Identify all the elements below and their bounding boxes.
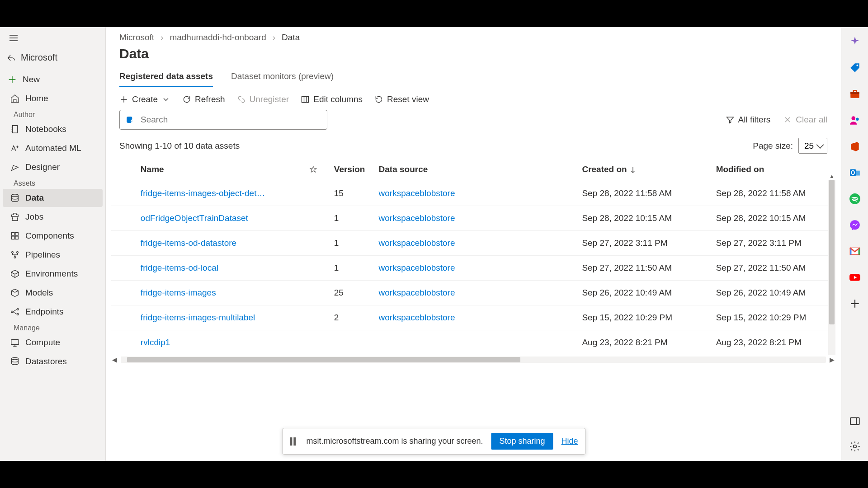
column-name[interactable]: Name: [136, 158, 305, 181]
table-row[interactable]: rvlcdip1 Aug 23, 2022 8:21 PM Aug 23, 20…: [111, 330, 835, 355]
row-checkbox[interactable]: [111, 256, 136, 281]
sidebar-item-datastores[interactable]: Datastores: [3, 352, 103, 371]
create-button[interactable]: Create: [119, 94, 170, 104]
breadcrumb-link[interactable]: madhumaddi-hd-onboard: [170, 33, 266, 42]
sidebar-item-components[interactable]: Components: [3, 227, 103, 245]
people-icon[interactable]: [849, 114, 861, 127]
unregister-button[interactable]: Unregister: [237, 94, 289, 104]
asset-name-link[interactable]: rvlcdip1: [141, 338, 170, 347]
table-row[interactable]: odFridgeObjectTrainDataset 1 workspacebl…: [111, 206, 835, 231]
sidebar-item-compute[interactable]: Compute: [3, 333, 103, 352]
favorite-cell[interactable]: [305, 206, 330, 231]
back-to-workspace[interactable]: Microsoft: [0, 49, 105, 70]
youtube-icon[interactable]: [849, 271, 861, 284]
column-modified-on[interactable]: Modified on: [712, 158, 835, 181]
scrollbar-thumb[interactable]: [829, 180, 835, 324]
svg-rect-22: [850, 418, 859, 424]
sidebar-item-jobs[interactable]: Jobs: [3, 208, 103, 226]
messenger-icon[interactable]: [849, 219, 861, 231]
breadcrumb-link[interactable]: Microsoft: [119, 33, 154, 42]
settings-icon[interactable]: [849, 440, 861, 453]
favorite-cell[interactable]: [305, 281, 330, 305]
gmail-icon[interactable]: [849, 245, 861, 258]
favorite-cell[interactable]: [305, 305, 330, 330]
scrollbar-thumb[interactable]: [127, 357, 520, 362]
row-checkbox[interactable]: [111, 330, 136, 355]
column-created-on[interactable]: Created on: [577, 158, 711, 181]
asset-name-link[interactable]: fridge-items-images-multilabel: [141, 313, 255, 322]
data-source-link[interactable]: workspaceblobstore: [379, 313, 455, 322]
row-checkbox[interactable]: [111, 281, 136, 305]
sidebar-item-designer[interactable]: Designer: [3, 158, 103, 176]
asset-name-link[interactable]: fridge-items-od-datastore: [141, 238, 236, 248]
sidebar-item-data[interactable]: Data: [3, 189, 103, 207]
column-data-source[interactable]: Data source: [374, 158, 578, 181]
favorite-cell[interactable]: [305, 181, 330, 206]
data-source-link[interactable]: workspaceblobstore: [379, 263, 455, 272]
panel-icon[interactable]: [849, 415, 861, 427]
favorite-cell[interactable]: [305, 330, 330, 355]
sidebar-item-automated-ml[interactable]: Automated ML: [3, 139, 103, 157]
search-box[interactable]: [119, 110, 327, 130]
row-checkbox[interactable]: [111, 206, 136, 231]
tab-registered-data-assets[interactable]: Registered data assets: [119, 68, 213, 87]
copilot-icon[interactable]: [849, 35, 861, 48]
tab-dataset-monitors[interactable]: Dataset monitors (preview): [231, 68, 334, 87]
office-icon[interactable]: [849, 140, 861, 153]
edit-columns-button[interactable]: Edit columns: [301, 94, 363, 104]
all-filters-button[interactable]: All filters: [726, 115, 771, 125]
asset-name-cell: fridge-items-images-multilabel: [136, 305, 305, 330]
row-checkbox[interactable]: [111, 231, 136, 256]
asset-name-link[interactable]: fridge-items-images: [141, 288, 216, 297]
table-row[interactable]: fridge-items-od-datastore 1 workspaceblo…: [111, 231, 835, 256]
asset-name-link[interactable]: odFridgeObjectTrainDataset: [141, 213, 248, 223]
outlook-icon[interactable]: [849, 166, 861, 179]
sidebar-item-endpoints[interactable]: Endpoints: [3, 303, 103, 321]
data-source-link[interactable]: workspaceblobstore: [379, 188, 455, 198]
sidebar-item-models[interactable]: Models: [3, 284, 103, 302]
button-label: All filters: [738, 115, 771, 125]
favorite-cell[interactable]: [305, 231, 330, 256]
sidebar-item-notebooks[interactable]: Notebooks: [3, 120, 103, 138]
add-app-icon[interactable]: [849, 297, 861, 310]
row-checkbox[interactable]: [111, 181, 136, 206]
horizontal-scrollbar[interactable]: ◀ ▶: [106, 355, 841, 364]
modified-cell: Aug 23, 2022 8:21 PM: [712, 330, 835, 355]
data-source-link[interactable]: workspaceblobstore: [379, 213, 455, 223]
stop-sharing-button[interactable]: Stop sharing: [491, 433, 553, 450]
created-cell: Sep 26, 2022 10:49 AM: [577, 281, 711, 305]
table-row[interactable]: fridge-items-images-multilabel 2 workspa…: [111, 305, 835, 330]
vertical-scrollbar[interactable]: ▲ ▼: [828, 180, 835, 355]
new-button[interactable]: New: [0, 70, 105, 89]
clear-all-button[interactable]: Clear all: [783, 115, 827, 125]
nav-label: Environments: [25, 269, 78, 279]
data-source-link[interactable]: workspaceblobstore: [379, 288, 455, 297]
sidebar-item-home[interactable]: Home: [3, 89, 103, 108]
scroll-left-icon[interactable]: ◀: [111, 356, 118, 363]
sidebar-item-pipelines[interactable]: Pipelines: [3, 246, 103, 264]
data-source-link[interactable]: workspaceblobstore: [379, 238, 455, 248]
column-favorite[interactable]: [305, 158, 330, 181]
models-icon: [10, 288, 20, 298]
page-size-select[interactable]: 25: [798, 138, 827, 154]
column-checkbox[interactable]: [111, 158, 136, 181]
asset-name-link[interactable]: fridge-items-images-object-det…: [141, 188, 265, 198]
sidebar-item-environments[interactable]: Environments: [3, 265, 103, 283]
refresh-button[interactable]: Refresh: [182, 94, 225, 104]
table-row[interactable]: fridge-items-images 25 workspaceblobstor…: [111, 281, 835, 305]
reset-view-button[interactable]: Reset view: [374, 94, 429, 104]
column-version[interactable]: Version: [330, 158, 374, 181]
hamburger-menu-button[interactable]: [0, 27, 105, 49]
asset-name-link[interactable]: fridge-items-od-local: [141, 263, 218, 272]
spotify-icon[interactable]: [849, 192, 861, 205]
search-input[interactable]: [141, 115, 321, 125]
table-row[interactable]: fridge-items-images-object-det… 15 works…: [111, 181, 835, 206]
hide-link[interactable]: Hide: [561, 436, 578, 446]
favorite-cell[interactable]: [305, 256, 330, 281]
scroll-up-icon[interactable]: ▲: [828, 173, 835, 179]
briefcase-icon[interactable]: [849, 88, 861, 100]
table-row[interactable]: fridge-items-od-local 1 workspaceblobsto…: [111, 256, 835, 281]
scroll-right-icon[interactable]: ▶: [829, 356, 835, 363]
tag-icon[interactable]: [849, 61, 861, 74]
row-checkbox[interactable]: [111, 305, 136, 330]
